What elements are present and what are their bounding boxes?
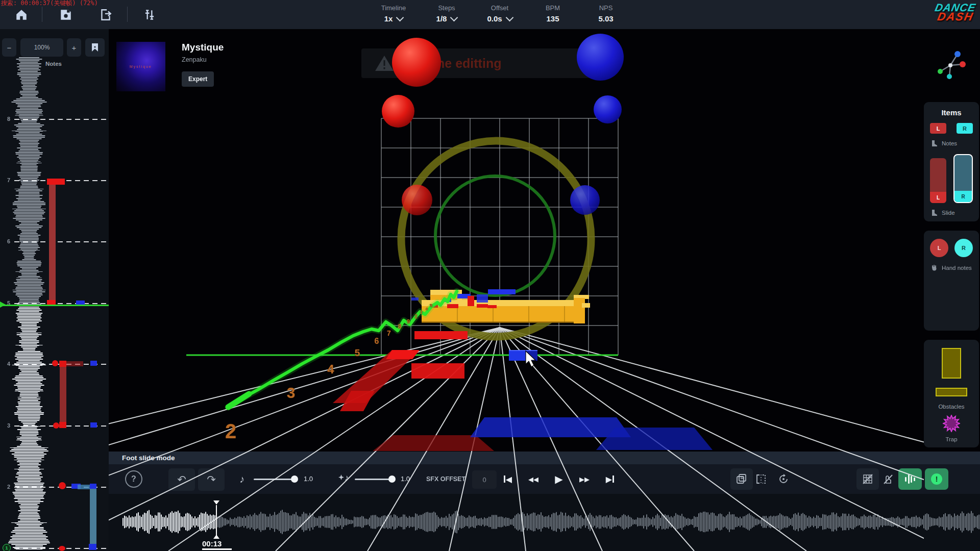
difficulty-badge: Expert [182,71,214,87]
debug-overlay-text: 搜索: 00:00:37(关键帧) (72%) [1,0,98,8]
blue-floor-notes [470,350,713,450]
blue-note-sphere-small[interactable] [594,95,622,123]
items-title: Items [924,108,979,117]
note-left-item[interactable]: L [930,123,946,134]
blue-note-sphere-large[interactable] [577,34,624,81]
green-ring [435,176,555,295]
app-window: 234567892345 End line editting Mystique … [0,0,980,551]
warning-icon [375,55,394,72]
current-time-underline [202,548,232,550]
current-time-label: 00:13 [202,539,222,548]
slide-label: Slide [942,210,955,216]
hand-icon [931,264,938,271]
album-art: Mystique [116,42,165,91]
obstacle-wall-item[interactable] [942,348,961,379]
blue-note-sphere-mid[interactable] [570,185,600,215]
playhead-line[interactable] [216,505,217,537]
trap-item[interactable] [943,415,960,432]
slide-left-item[interactable]: L [930,158,946,203]
footprint-icon [931,140,938,147]
items-panel: Items L R Notes L R Slide [924,102,979,457]
hand-note-left-item[interactable]: L [930,239,948,257]
hand-notes-label: Hand notes [942,265,972,271]
notes-label: Notes [942,140,957,146]
axis-gizmo[interactable] [934,49,967,82]
red-note-sphere-large[interactable] [392,38,441,87]
obstacles-card: Obstacles Trap [924,340,979,447]
playhead-marker-top[interactable] [213,500,219,505]
playhead-marker-bottom[interactable] [213,535,219,539]
red-note-sphere-mid[interactable] [402,185,432,215]
hand-notes-card: L R Hand notes [924,231,979,331]
obstacles-label: Obstacles [924,404,979,410]
red-note-sphere-small[interactable] [382,95,414,128]
slide-right-item-selected[interactable]: R [953,154,973,203]
hand-note-right-item[interactable]: R [954,239,973,257]
song-artist: Zenpaku [182,56,224,63]
notes-slide-card: Items L R Notes L R Slide [924,102,979,221]
song-info: Mystique Mystique Zenpaku Expert [116,42,224,91]
note-right-item[interactable]: R [957,123,973,134]
trap-label: Trap [924,436,979,442]
footprint-icon [931,209,938,216]
song-title: Mystique [182,42,224,53]
obstacle-bar-item[interactable] [936,388,967,396]
